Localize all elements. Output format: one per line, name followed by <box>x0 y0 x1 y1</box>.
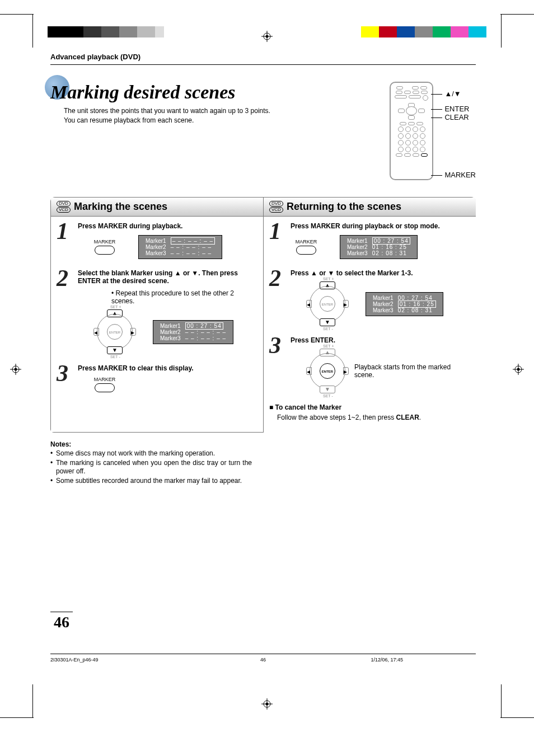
remote-label-enter: ENTER <box>438 105 476 113</box>
registration-mark-icon <box>261 698 273 710</box>
page-number: 46 <box>50 612 73 631</box>
dpad-enter-icon: SET + ▲ ◂ ENTER ▸ ▼ SET - <box>307 351 348 391</box>
note-item: Some subtitles recorded around the marke… <box>50 477 252 486</box>
dpad-icon: SET + ▲ ◂ ENTER ▸ ▼ SET - <box>95 312 135 352</box>
cancel-marker-body: Follow the above steps 1~2, then press C… <box>269 414 470 421</box>
left-step-1: 1 Press MARKER during playback. MARKER M… <box>57 222 257 259</box>
registration-mark-icon <box>10 364 21 375</box>
right-step-1: 1 Press MARKER during playback or stop m… <box>269 222 470 259</box>
remote-label-updown: ▲/▼ <box>438 90 476 98</box>
notes-title: Notes: <box>50 440 252 448</box>
step-number: 1 <box>57 222 73 241</box>
title-description: The unit stores the points that you want… <box>64 106 378 125</box>
crop-marks-bottom <box>0 687 534 732</box>
marking-heading: Marking the scenes <box>74 201 167 213</box>
svg-point-7 <box>15 368 17 371</box>
note-item: The marking is canceled when you open th… <box>50 459 252 476</box>
step-number: 3 <box>269 336 286 355</box>
svg-point-3 <box>266 35 269 38</box>
print-footer: 2I30301A-En_p46-49 46 1/12/06, 17:45 <box>34 654 493 687</box>
returning-heading: Returning to the scenes <box>287 201 401 213</box>
marker-button-icon: MARKER <box>89 239 120 255</box>
footer-timestamp: 1/12/06, 17:45 <box>371 657 403 663</box>
svg-point-15 <box>266 703 269 706</box>
returning-scenes-panel: DVDVCD Returning to the scenes 1 Press M… <box>263 197 476 433</box>
color-bar-right <box>361 26 486 37</box>
step-number: 2 <box>269 269 286 288</box>
disc-type-badge: DVDVCD <box>269 201 283 213</box>
right-step-2: 2 Press ▲ or ▼ to select the Marker 1-3.… <box>269 269 470 326</box>
color-bar-left <box>48 26 164 37</box>
page-body: Advanced playback (DVD) Marking desired … <box>34 45 493 654</box>
registration-mark-icon <box>513 364 524 375</box>
step-number: 3 <box>57 364 73 383</box>
dpad-icon: SET + ▲ ◂ ENTER ▸ ▼ SET - <box>307 284 348 324</box>
footer-pagenum: 46 <box>260 657 266 663</box>
remote-label-marker: MARKER <box>438 171 476 179</box>
marker-display: Marker1– – : – – : – – Marker2– – : – – … <box>138 235 222 259</box>
registration-mark-icon <box>261 31 273 42</box>
marker-button-icon: MARKER <box>291 239 322 255</box>
marker-display: Marker100 : 27 : 54 Marker201 : 16 : 25 … <box>340 235 418 259</box>
left-step-2: 2 Select the blank Marker using ▲ or ▼. … <box>57 269 257 354</box>
marker-display: Marker100 : 27 : 54 Marker2– – : – – : –… <box>153 320 233 344</box>
marker-button-icon: MARKER <box>89 377 120 392</box>
footer-filename: 2I30301A-En_p46-49 <box>50 657 99 663</box>
remote-label-clear: CLEAR <box>438 113 476 121</box>
remote-labels: ▲/▼ ENTER CLEAR MARKER <box>438 82 476 180</box>
page-title: Marking desired scenes <box>50 82 378 103</box>
step-number: 2 <box>57 269 73 288</box>
step-number: 1 <box>269 222 286 241</box>
cancel-marker-heading: To cancel the Marker <box>269 403 470 411</box>
right-step-3: 3 Press ENTER. SET + ▲ ◂ ENTER ▸ ▼ <box>269 336 470 393</box>
note-item: Some discs may not work with the marking… <box>50 449 252 458</box>
remote-control-icon <box>390 82 433 180</box>
remote-diagram: ▲/▼ ENTER CLEAR MARKER <box>390 82 476 180</box>
marker-display: Marker100 : 27 : 54 Marker201 : 16 : 25 … <box>366 292 443 316</box>
page-title-text: Marking desired scenes <box>50 82 236 102</box>
step-note: Playback starts from the marked scene. <box>354 363 470 379</box>
svg-point-11 <box>517 368 520 371</box>
disc-type-badge: DVDVCD <box>57 201 71 213</box>
crop-marks-top <box>0 0 534 45</box>
notes-section: Notes: Some discs may not work with the … <box>50 440 252 485</box>
left-step-3: 3 Press MARKER to clear this display. MA… <box>57 364 257 397</box>
section-heading: Advanced playback (DVD) <box>50 50 476 65</box>
marking-scenes-panel: DVDVCD Marking the scenes 1 Press MARKER… <box>50 197 263 433</box>
